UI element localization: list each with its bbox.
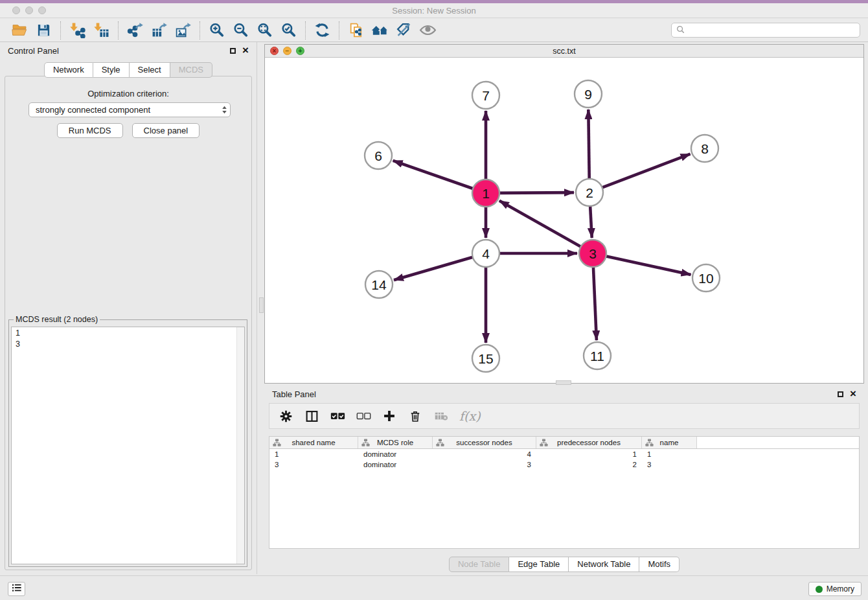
column-header-successor-nodes[interactable]: successor nodes [433,437,536,448]
tab-edge-table[interactable]: Edge Table [509,557,569,572]
float-panel-icon[interactable] [230,48,236,54]
export-image-icon[interactable] [171,21,195,40]
search-icon [676,25,685,36]
graph-node-15[interactable]: 15 [472,345,499,372]
svg-text:1: 1 [482,186,490,201]
mcds-result-line: 1 [16,328,240,339]
run-mcds-button[interactable]: Run MCDS [57,123,123,138]
add-column-icon[interactable] [382,407,397,425]
column-header-shared-name[interactable]: shared name [269,437,358,448]
close-table-panel-icon[interactable]: × [850,391,856,397]
home-network-icon[interactable] [368,21,392,40]
mcds-result-list[interactable]: 13 [11,327,245,564]
close-network-button[interactable]: × [270,47,279,55]
close-panel-button[interactable]: Close panel [132,123,200,138]
graph-node-2[interactable]: 2 [576,179,603,206]
horizontal-splitter-handle[interactable] [556,380,571,385]
duplicate-network-icon[interactable] [344,21,368,40]
table-cell[interactable]: 1 [269,450,358,458]
close-panel-icon[interactable]: × [242,47,249,54]
zoom-out-icon[interactable] [229,21,253,40]
table-cell[interactable]: dominator [358,461,433,468]
export-network-icon[interactable] [123,21,147,40]
select-stepper-icon [222,105,227,115]
graph-edge-2-8[interactable] [601,154,691,189]
tab-node-table[interactable]: Node Table [449,557,510,572]
table-row[interactable]: 1dominator411 [269,449,859,459]
search-box[interactable] [671,23,860,38]
vertical-splitter-handle[interactable] [259,297,264,313]
close-window-button[interactable] [12,6,20,14]
float-table-panel-icon[interactable] [838,391,843,397]
graph-edge-3-10[interactable] [605,256,691,275]
table-settings-icon[interactable] [278,407,293,425]
graph-edge-2-9[interactable] [588,110,589,180]
tab-network[interactable]: Network [44,62,93,78]
hide-labels-icon[interactable] [392,21,416,40]
table-cell[interactable]: 2 [536,461,642,468]
graph-edge-4-14[interactable] [394,257,474,280]
graph-edge-2-3[interactable] [590,205,592,238]
table-cell[interactable]: 4 [433,450,536,458]
column-visibility-icon[interactable] [304,407,319,425]
graph-node-4[interactable]: 4 [472,240,499,267]
table-row[interactable]: 3dominator323 [269,459,859,470]
table-cell[interactable]: 1 [536,450,642,458]
table-cell[interactable]: 3 [642,461,697,468]
refresh-layout-icon[interactable] [310,21,334,40]
tab-select[interactable]: Select [130,62,170,78]
table-cell[interactable]: 3 [433,461,536,468]
table-panel-title: Table Panel [272,389,316,399]
network-window-titlebar[interactable]: × − + scc.txt [265,45,863,58]
select-all-rows-icon[interactable] [330,407,345,425]
zoom-selected-icon[interactable] [277,21,301,40]
table-cell[interactable]: dominator [358,450,433,458]
control-panel-title: Control Panel [8,46,59,56]
column-header-predecessor-nodes[interactable]: predecessor nodes [536,437,642,448]
export-table-icon[interactable] [147,21,171,40]
graph-node-6[interactable]: 6 [365,142,392,169]
open-session-icon[interactable] [8,21,32,40]
save-session-icon[interactable] [32,21,56,40]
graph-edge-3-1[interactable] [499,201,582,248]
minimize-window-button[interactable] [25,6,33,14]
graph-node-7[interactable]: 7 [472,82,499,109]
graph-node-10[interactable]: 10 [692,264,720,292]
deselect-all-rows-icon[interactable] [356,407,371,425]
maximize-window-button[interactable] [38,6,46,14]
column-header-name[interactable]: name [642,437,697,448]
graph-edge-1-2[interactable] [498,192,574,193]
column-header-mcds-role[interactable]: MCDS role [358,437,433,448]
graph-edge-3-11[interactable] [593,266,597,340]
column-label: predecessor nodes [557,439,621,446]
task-list-icon [12,583,22,595]
graph-edge-1-6[interactable] [393,161,474,189]
svg-text:10: 10 [698,271,713,286]
zoom-in-icon[interactable] [205,21,229,40]
criterion-select[interactable]: strongly connected component [29,102,231,117]
table-cell[interactable]: 3 [269,461,358,468]
memory-button[interactable]: Memory [808,582,862,596]
tab-motifs[interactable]: Motifs [639,557,680,572]
graph-node-3[interactable]: 3 [579,240,606,267]
graph-node-9[interactable]: 9 [575,80,602,108]
toggle-visibility-icon[interactable] [416,21,440,40]
import-network-icon[interactable] [65,21,89,40]
graph-node-14[interactable]: 14 [365,271,393,298]
graph-node-8[interactable]: 8 [691,135,718,162]
import-table-icon[interactable] [89,21,113,40]
tab-network-table[interactable]: Network Table [569,557,639,572]
minimize-network-button[interactable]: − [283,47,291,55]
task-history-button[interactable] [8,582,25,596]
delete-column-icon[interactable] [407,407,423,425]
graph-node-11[interactable]: 11 [584,342,611,369]
result-scrollbar[interactable] [236,327,244,564]
graph-node-1[interactable]: 1 [472,179,499,207]
maximize-network-button[interactable]: + [296,47,304,55]
zoom-fit-icon[interactable] [253,21,277,40]
network-graph-canvas[interactable]: 7968124314101511 [265,58,863,383]
table-cell[interactable]: 1 [642,450,697,458]
tab-style[interactable]: Style [93,62,130,78]
search-input[interactable] [687,25,855,36]
tab-mcds[interactable]: MCDS [170,62,212,78]
